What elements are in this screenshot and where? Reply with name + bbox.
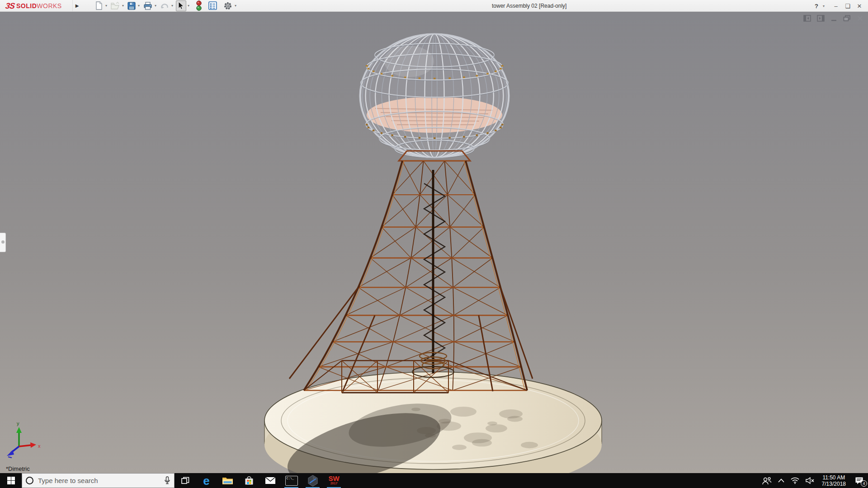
open-document-button[interactable]	[110, 0, 121, 11]
solidworks-taskbar-button[interactable]: SW 2017	[323, 473, 344, 488]
edge-icon: e	[203, 475, 209, 487]
task-view-icon	[181, 477, 189, 485]
toolbar-flyout-button[interactable]: ▶	[72, 0, 81, 11]
save-button[interactable]	[127, 0, 137, 11]
reference-triad: y x	[0, 418, 54, 463]
windows-logo-icon	[7, 477, 15, 484]
triad-x-label: x	[38, 443, 41, 449]
window-controls: ? ▾ – ❏ ✕	[812, 0, 865, 12]
traffic-light-icon	[196, 0, 202, 11]
notification-badge: 4	[861, 480, 867, 487]
search-input[interactable]	[38, 477, 160, 484]
brand-works: WORKS	[37, 2, 61, 9]
store-button[interactable]	[238, 473, 259, 488]
undo-button[interactable]	[159, 0, 170, 11]
flyout-arrow-icon: ▶	[75, 3, 79, 8]
open-dropdown[interactable]: ▾	[122, 4, 124, 8]
cortana-icon	[26, 477, 33, 484]
command-prompt-button[interactable]: C:\_	[281, 473, 302, 488]
solidworks-window: 3S SOLID WORKS ▶ ▾ ▾	[0, 0, 868, 488]
doc-minimize-icon[interactable]	[830, 15, 837, 22]
clock[interactable]: 11:50 AM 7/13/2018	[818, 473, 850, 488]
document-window-controls	[803, 15, 863, 22]
close-button[interactable]: ✕	[854, 0, 865, 12]
edge-button[interactable]: e	[196, 473, 217, 488]
people-button[interactable]	[759, 473, 775, 488]
doc-restore-icon[interactable]	[843, 15, 851, 22]
store-icon	[244, 476, 254, 486]
command-prompt-icon: C:\_	[285, 476, 298, 486]
save-dropdown[interactable]: ▾	[138, 4, 140, 8]
wifi-icon	[791, 477, 799, 484]
select-dropdown[interactable]: ▾	[188, 4, 189, 8]
chevron-up-icon	[778, 479, 784, 483]
properties-list-icon	[208, 1, 217, 10]
gear-icon	[223, 1, 232, 10]
select-cursor-icon	[178, 2, 184, 10]
mail-button[interactable]	[259, 473, 281, 488]
undo-icon	[160, 2, 169, 10]
mail-icon	[265, 477, 276, 484]
solidworks-logo: 3S SOLID WORKS	[5, 1, 62, 11]
save-icon	[127, 2, 136, 10]
undo-dropdown[interactable]: ▾	[171, 4, 173, 8]
network-button[interactable]	[788, 473, 802, 488]
windows-taskbar: e C:\_	[0, 473, 868, 488]
tray-time: 11:50 AM	[822, 474, 845, 481]
start-button[interactable]	[0, 473, 22, 488]
task-view-button[interactable]	[175, 473, 196, 488]
hex-app-button[interactable]	[302, 473, 323, 488]
minimize-button[interactable]: –	[830, 0, 842, 12]
file-explorer-button[interactable]	[217, 473, 238, 488]
help-dropdown[interactable]: ▾	[821, 0, 826, 12]
title-bar: 3S SOLID WORKS ▶ ▾ ▾	[0, 0, 868, 12]
show-left-pane-icon[interactable]	[803, 15, 811, 22]
view-orientation-label: *Dimetric	[6, 465, 30, 472]
splitter-dot	[1, 240, 5, 244]
file-explorer-icon	[222, 476, 233, 485]
brand-solid: SOLID	[16, 2, 37, 9]
people-icon	[762, 477, 772, 485]
3ds-logo-icon: 3S	[5, 1, 15, 11]
taskbar-search[interactable]	[22, 473, 175, 488]
microphone-icon[interactable]	[164, 476, 170, 485]
options-gear-button[interactable]	[222, 0, 233, 11]
gear-dropdown[interactable]: ▾	[235, 4, 236, 8]
print-dropdown[interactable]: ▾	[155, 4, 156, 8]
properties-list-button[interactable]	[208, 0, 218, 11]
hidden-icons-button[interactable]	[775, 473, 788, 488]
volume-button[interactable]	[802, 473, 818, 488]
show-right-pane-icon[interactable]	[817, 15, 825, 22]
feature-pane-splitter-tab[interactable]	[0, 233, 6, 252]
print-button[interactable]	[142, 0, 153, 11]
select-tool-button[interactable]	[176, 0, 186, 11]
solidworks-2017-icon: SW 2017	[328, 476, 339, 486]
window-title: tower Assembly 02 [Read-only]	[492, 3, 566, 9]
doc-close-icon[interactable]	[857, 15, 863, 22]
print-icon	[143, 2, 152, 10]
system-tray: 11:50 AM 7/13/2018 4	[759, 473, 868, 488]
open-document-icon	[111, 2, 120, 10]
new-document-icon	[95, 1, 103, 10]
tower-3d-model	[0, 12, 868, 473]
volume-muted-icon	[806, 477, 815, 484]
new-document-button[interactable]	[94, 0, 104, 11]
hexagon-app-icon	[307, 475, 318, 487]
traffic-light-button[interactable]	[195, 0, 203, 11]
tray-date: 7/13/2018	[822, 481, 846, 487]
graphics-viewport[interactable]: y x *Dimetric	[0, 12, 868, 473]
action-center-button[interactable]: 4	[850, 473, 868, 488]
triad-y-label: y	[17, 421, 19, 426]
help-button[interactable]: ?	[812, 0, 821, 12]
quick-access-toolbar: ▾ ▾ ▾	[94, 0, 239, 11]
new-dropdown[interactable]: ▾	[105, 4, 107, 8]
restore-button[interactable]: ❏	[842, 0, 854, 12]
